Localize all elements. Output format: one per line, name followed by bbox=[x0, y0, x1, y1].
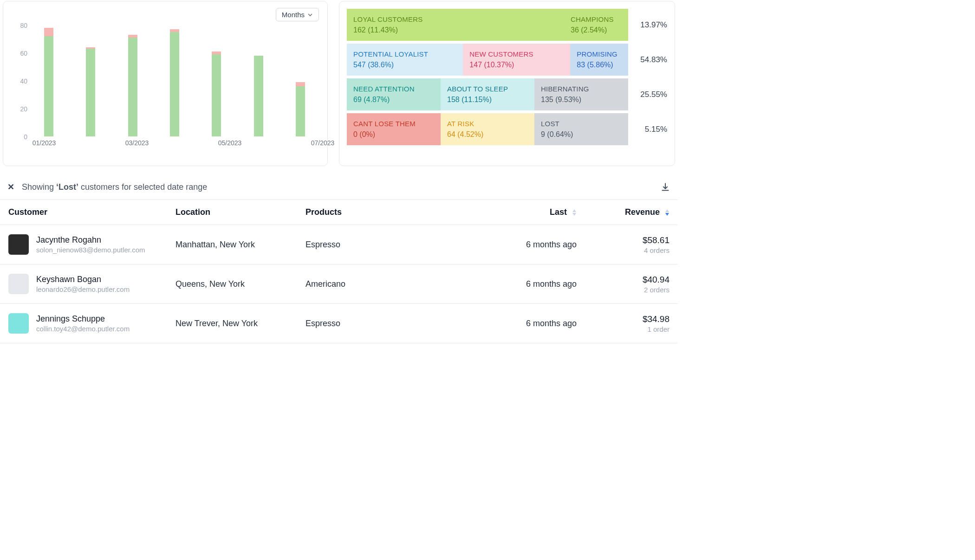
cell-location: Manhattan, New York bbox=[167, 225, 297, 264]
segment-title: LOST bbox=[541, 120, 622, 128]
table-row[interactable]: Keyshawn Boganleonardo26@demo.putler.com… bbox=[0, 264, 678, 304]
y-tick-label: 60 bbox=[13, 50, 27, 57]
segment-value: 547 (38.6%) bbox=[353, 61, 456, 69]
table-row[interactable]: Jacynthe Rogahnsolon_nienow83@demo.putle… bbox=[0, 225, 678, 264]
customer-name: Keyshawn Bogan bbox=[36, 275, 130, 284]
segment-tile[interactable]: HIBERNATING135 (9.53%) bbox=[534, 78, 628, 110]
x-tick-label: 01/2023 bbox=[32, 139, 56, 147]
avatar bbox=[8, 274, 29, 294]
cell-last: 6 months ago bbox=[488, 264, 585, 304]
y-tick-label: 40 bbox=[13, 77, 27, 85]
chart-card: Months 020406080 01/202303/202305/202307… bbox=[3, 1, 328, 166]
period-selector-label: Months bbox=[282, 11, 305, 19]
customer-email: collin.toy42@demo.putler.com bbox=[36, 325, 130, 333]
cell-location: New Trever, New York bbox=[167, 304, 297, 343]
segment-title: NEED ATTENTION bbox=[353, 85, 434, 93]
bar[interactable] bbox=[170, 25, 179, 136]
col-customer[interactable]: Customer bbox=[0, 200, 167, 225]
cell-products: Americano bbox=[297, 264, 488, 304]
segment-value: 36 (2.54%) bbox=[571, 26, 622, 34]
segment-value: 69 (4.87%) bbox=[353, 96, 434, 104]
segment-tile[interactable]: CANT LOSE THEM0 (0%) bbox=[347, 113, 441, 145]
bar-chart: 020406080 01/202303/202305/202307/2023 bbox=[12, 25, 319, 150]
customer-email: leonardo26@demo.putler.com bbox=[36, 285, 130, 293]
segment-row-percent: 13.97% bbox=[628, 9, 667, 41]
cell-orders: 4 orders bbox=[593, 246, 670, 254]
customer-email: solon_nienow83@demo.putler.com bbox=[36, 246, 145, 254]
segment-row-percent: 5.15% bbox=[628, 113, 667, 145]
segment-value: 147 (10.37%) bbox=[469, 61, 564, 69]
sort-icon bbox=[572, 209, 577, 216]
col-last[interactable]: Last bbox=[488, 200, 585, 225]
segment-title: POTENTIAL LOYALIST bbox=[353, 50, 456, 58]
segment-title: LOYAL CUSTOMERS bbox=[353, 15, 558, 23]
segment-value: 162 (11.43%) bbox=[353, 26, 558, 34]
segment-value: 9 (0.64%) bbox=[541, 130, 622, 139]
segment-tile[interactable]: CHAMPIONS36 (2.54%) bbox=[564, 9, 628, 41]
cell-products: Espresso bbox=[297, 225, 488, 264]
segment-row-percent: 25.55% bbox=[628, 78, 667, 110]
customer-name: Jennings Schuppe bbox=[36, 314, 130, 324]
cell-revenue: $58.61 bbox=[593, 235, 670, 245]
filter-banner: ✕ Showing ‘Lost’ customers for selected … bbox=[0, 166, 678, 200]
segment-title: HIBERNATING bbox=[541, 85, 622, 93]
segment-value: 83 (5.86%) bbox=[577, 61, 622, 69]
segment-tile[interactable]: POTENTIAL LOYALIST547 (38.6%) bbox=[347, 44, 463, 76]
cell-orders: 2 orders bbox=[593, 286, 670, 294]
segment-value: 0 (0%) bbox=[353, 130, 434, 139]
close-icon[interactable]: ✕ bbox=[7, 182, 14, 192]
cell-products: Espresso bbox=[297, 304, 488, 343]
segments-card: LOYAL CUSTOMERS162 (11.43%)CHAMPIONS36 (… bbox=[339, 1, 675, 166]
cell-revenue: $34.98 bbox=[593, 314, 670, 324]
segment-title: CHAMPIONS bbox=[571, 15, 622, 23]
segment-tile[interactable]: LOYAL CUSTOMERS162 (11.43%) bbox=[347, 9, 564, 41]
segment-tile[interactable]: AT RISK64 (4.52%) bbox=[441, 113, 534, 145]
segment-value: 64 (4.52%) bbox=[447, 130, 528, 139]
segment-value: 135 (9.53%) bbox=[541, 96, 622, 104]
segment-tile[interactable]: ABOUT TO SLEEP158 (11.15%) bbox=[441, 78, 534, 110]
bar[interactable] bbox=[44, 25, 53, 136]
col-revenue[interactable]: Revenue bbox=[585, 200, 678, 225]
segment-tile[interactable]: PROMISING83 (5.86%) bbox=[570, 44, 628, 76]
table-row[interactable]: Jennings Schuppecollin.toy42@demo.putler… bbox=[0, 304, 678, 343]
customers-table: Customer Location Products Last Revenue … bbox=[0, 200, 678, 343]
filter-text: Showing ‘Lost’ customers for selected da… bbox=[22, 182, 207, 192]
avatar bbox=[8, 313, 29, 334]
cell-location: Queens, New York bbox=[167, 264, 297, 304]
cell-orders: 1 order bbox=[593, 325, 670, 333]
y-tick-label: 80 bbox=[13, 22, 27, 29]
bar[interactable] bbox=[212, 25, 221, 136]
chevron-down-icon bbox=[307, 12, 313, 18]
x-tick-label: 07/2023 bbox=[311, 139, 335, 147]
avatar bbox=[8, 234, 29, 255]
bar[interactable] bbox=[86, 25, 95, 136]
x-tick-label: 03/2023 bbox=[125, 139, 149, 147]
segment-tile[interactable]: LOST9 (0.64%) bbox=[534, 113, 628, 145]
bar[interactable] bbox=[254, 25, 263, 136]
segment-row-percent: 54.83% bbox=[628, 44, 667, 76]
sort-icon-active bbox=[665, 209, 670, 216]
bar[interactable] bbox=[128, 25, 137, 136]
segment-title: CANT LOSE THEM bbox=[353, 120, 434, 128]
cell-last: 6 months ago bbox=[488, 304, 585, 343]
col-products[interactable]: Products bbox=[297, 200, 488, 225]
download-icon[interactable] bbox=[660, 182, 670, 192]
y-tick-label: 0 bbox=[13, 133, 27, 141]
segment-value: 158 (11.15%) bbox=[447, 96, 528, 104]
bar[interactable] bbox=[296, 25, 305, 136]
x-tick-label: 05/2023 bbox=[218, 139, 242, 147]
cell-revenue: $40.94 bbox=[593, 275, 670, 285]
segment-title: NEW CUSTOMERS bbox=[469, 50, 564, 58]
y-tick-label: 20 bbox=[13, 105, 27, 113]
customer-name: Jacynthe Rogahn bbox=[36, 235, 145, 245]
segment-tile[interactable]: NEW CUSTOMERS147 (10.37%) bbox=[463, 44, 570, 76]
segment-tile[interactable]: NEED ATTENTION69 (4.87%) bbox=[347, 78, 441, 110]
col-location[interactable]: Location bbox=[167, 200, 297, 225]
cell-last: 6 months ago bbox=[488, 225, 585, 264]
segment-title: ABOUT TO SLEEP bbox=[447, 85, 528, 93]
segment-title: PROMISING bbox=[577, 50, 622, 58]
period-selector[interactable]: Months bbox=[276, 8, 319, 21]
segment-title: AT RISK bbox=[447, 120, 528, 128]
